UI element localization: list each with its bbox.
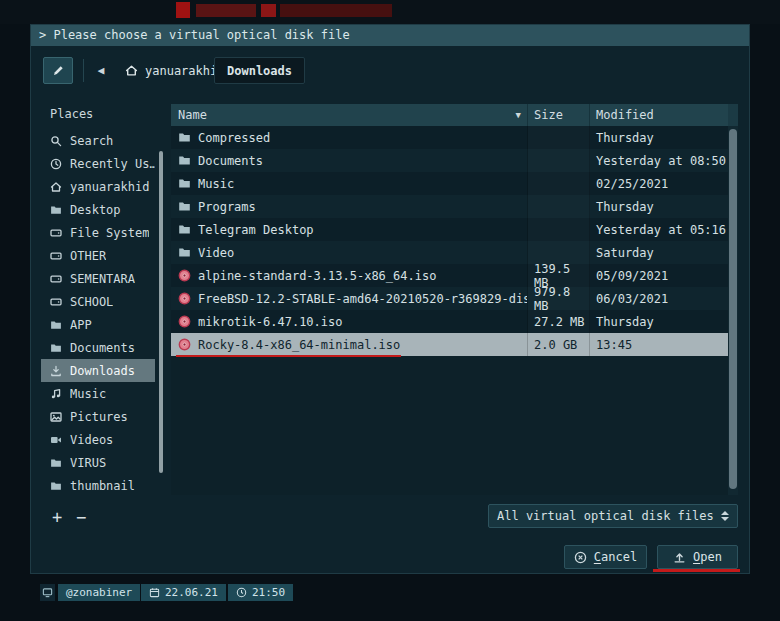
dropdown-arrows-icon xyxy=(721,511,729,521)
sidebar-item-label: yanuarakhid xyxy=(70,180,149,194)
file-size: 2.0 GB xyxy=(528,333,590,356)
remove-bookmark-button[interactable]: − xyxy=(71,506,91,528)
file-name: Video xyxy=(198,246,234,260)
sidebar-item[interactable]: VIRUS xyxy=(41,451,155,474)
file-row[interactable]: Music 02/25/2021 xyxy=(171,172,728,195)
sidebar-item-label: Documents xyxy=(70,341,135,355)
file-row[interactable]: Video Saturday xyxy=(171,241,728,264)
dialog-titlebar[interactable]: > Please choose a virtual optical disk f… xyxy=(31,25,749,46)
file-row[interactable]: alpine-standard-3.13.5-x86_64.iso 139.5 … xyxy=(171,264,728,287)
file-type-dropdown[interactable]: All virtual optical disk files xyxy=(488,504,738,528)
taskbar-user[interactable]: @zonabiner xyxy=(58,584,140,601)
file-name: FreeBSD-12.2-STABLE-amd64-20210520-r3698… xyxy=(198,292,528,306)
file-name: Documents xyxy=(198,154,263,168)
clock-icon xyxy=(236,587,247,598)
monitor-icon xyxy=(42,587,53,598)
folder-icon xyxy=(178,131,191,144)
places-panel: Places Search Recently Us… yanuarakhid D… xyxy=(41,101,167,499)
taskbar-date[interactable]: 22.06.21 xyxy=(141,584,226,601)
file-list-scrollbar[interactable] xyxy=(728,126,738,495)
file-size xyxy=(528,126,590,149)
calendar-icon xyxy=(149,587,160,598)
sidebar-item-label: SCHOOL xyxy=(70,295,113,309)
file-name: Music xyxy=(198,177,234,191)
file-row[interactable]: mikrotik-6.47.10.iso 27.2 MB Thursday xyxy=(171,310,728,333)
taskbar-time-label: 21:50 xyxy=(252,586,285,599)
folder-icon xyxy=(50,342,62,354)
column-header-name[interactable]: Name ▼ xyxy=(171,104,528,126)
breadcrumb-downloads[interactable]: Downloads xyxy=(214,57,305,84)
sidebar-item-label: APP xyxy=(70,318,92,332)
sidebar-item[interactable]: Documents xyxy=(41,336,155,359)
background-window-fragment xyxy=(176,2,190,18)
column-header-size[interactable]: Size xyxy=(528,104,590,126)
taskbar-clock[interactable]: 21:50 xyxy=(228,584,293,601)
folder-icon xyxy=(178,200,191,213)
file-row[interactable]: Rocky-8.4-x86_64-minimal.iso 2.0 GB 13:4… xyxy=(171,333,728,356)
breadcrumb-home-label: yanuarakhid xyxy=(145,64,224,78)
sidebar-item[interactable]: Pictures xyxy=(41,405,155,428)
open-button[interactable]: Open xyxy=(657,545,738,569)
places-header: Places xyxy=(41,101,167,127)
music-icon xyxy=(50,388,62,400)
cancel-button[interactable]: Cancel xyxy=(564,545,647,569)
add-bookmark-button[interactable]: + xyxy=(47,506,67,528)
file-row[interactable]: Programs Thursday xyxy=(171,195,728,218)
scrollbar-thumb[interactable] xyxy=(729,129,737,489)
type-location-button[interactable] xyxy=(43,57,73,84)
background-top-panel xyxy=(0,0,780,24)
scrollbar-corner xyxy=(728,104,738,126)
sidebar-item[interactable]: yanuarakhid xyxy=(41,175,155,198)
column-name-label: Name xyxy=(178,108,207,122)
sidebar-item-label: SEMENTARA xyxy=(70,272,135,286)
drive-icon xyxy=(50,250,62,262)
folder-icon xyxy=(50,480,62,492)
sidebar-item[interactable]: SEMENTARA xyxy=(41,267,155,290)
sidebar-item[interactable]: APP xyxy=(41,313,155,336)
video-icon xyxy=(50,434,62,446)
file-row[interactable]: FreeBSD-12.2-STABLE-amd64-20210520-r3698… xyxy=(171,287,728,310)
back-button[interactable]: ◀ xyxy=(89,57,113,84)
sidebar-item-label: Music xyxy=(70,387,106,401)
file-rows: Compressed Thursday Documents Yesterday … xyxy=(171,126,728,495)
home-icon xyxy=(50,181,62,193)
sidebar-item[interactable]: OTHER xyxy=(41,244,155,267)
sidebar-item[interactable]: Desktop xyxy=(41,198,155,221)
file-name-cell: Music xyxy=(171,172,528,195)
folder-icon xyxy=(178,154,191,167)
sidebar-item[interactable]: SCHOOL xyxy=(41,290,155,313)
sidebar-item[interactable]: Music xyxy=(41,382,155,405)
sidebar-item[interactable]: Search xyxy=(41,129,155,152)
sidebar-item[interactable]: thumbnail xyxy=(41,474,155,497)
file-name-cell: FreeBSD-12.2-STABLE-amd64-20210520-r3698… xyxy=(171,287,528,310)
sidebar-item[interactable]: Recently Us… xyxy=(41,152,155,175)
annotation-underline-open-button xyxy=(653,569,740,572)
drive-icon xyxy=(50,296,62,308)
file-row[interactable]: Telegram Desktop Yesterday at 05:16 xyxy=(171,218,728,241)
file-size xyxy=(528,218,590,241)
background-window-fragment xyxy=(280,4,392,17)
file-name-cell: Programs xyxy=(171,195,528,218)
file-name-cell: Video xyxy=(171,241,528,264)
file-size xyxy=(528,172,590,195)
sidebar-scrollbar-thumb[interactable] xyxy=(159,151,163,473)
sidebar-item-label: Desktop xyxy=(70,203,121,217)
background-window-fragment xyxy=(196,4,256,17)
file-modified: 13:45 xyxy=(590,333,728,356)
file-row[interactable]: Compressed Thursday xyxy=(171,126,728,149)
pencil-icon xyxy=(52,64,65,77)
column-header-modified[interactable]: Modified xyxy=(590,104,728,126)
file-type-value: All virtual optical disk files xyxy=(497,509,714,523)
file-row[interactable]: Documents Yesterday at 08:50 xyxy=(171,149,728,172)
folder-icon xyxy=(178,223,191,236)
file-name: Telegram Desktop xyxy=(198,223,314,237)
folder-icon xyxy=(178,246,191,259)
sidebar-item[interactable]: Downloads xyxy=(41,359,155,382)
taskbar: @zonabiner 22.06.21 21:50 xyxy=(0,584,780,601)
sidebar-item-label: Videos xyxy=(70,433,113,447)
sidebar-item[interactable]: Videos xyxy=(41,428,155,451)
sidebar-item[interactable]: File System xyxy=(41,221,155,244)
disc-icon xyxy=(178,315,191,328)
sort-descending-icon: ▼ xyxy=(516,110,521,120)
taskbar-app-icon[interactable] xyxy=(40,584,55,601)
